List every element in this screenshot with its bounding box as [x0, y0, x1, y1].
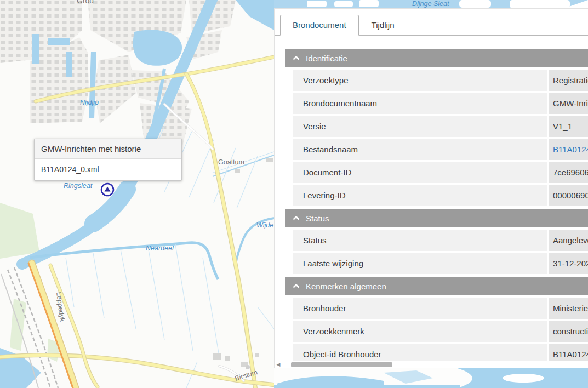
row-label: Brondocumentnaam — [293, 93, 547, 114]
section-title: Identificatie — [306, 54, 347, 63]
tab-bar: Brondocument Tijdlijn — [275, 9, 588, 36]
row-label: Laatste wijziging — [293, 253, 547, 274]
map-sliver-top — [274, 0, 588, 8]
chevron-up-icon — [293, 56, 300, 60]
popup-document-link[interactable]: B11A0124_0.xml — [35, 159, 181, 180]
section-header[interactable]: Identificatie — [285, 49, 588, 67]
row-value: 31-12-202 — [549, 253, 588, 274]
row-value: GMW-Inric — [549, 93, 588, 114]
row-label: Verzoekkenmerk — [293, 321, 547, 342]
row-label: Verzoektype — [293, 70, 547, 91]
table-row: Brondocumentnaam GMW-Inric — [293, 93, 588, 114]
section-header[interactable]: Kenmerken algemeen — [285, 277, 588, 295]
row-value: V1_1 — [549, 116, 588, 137]
row-value: Aangeleve — [549, 230, 588, 251]
row-label: Bronhouder — [293, 298, 547, 319]
row-label: Document-ID — [293, 162, 547, 183]
sections-container: Identificatie Verzoektype Registratie Br… — [285, 49, 588, 365]
map-sliver-bottom — [274, 368, 588, 388]
map-popup: GMW-Inrichten met historie B11A0124_0.xm… — [34, 139, 182, 181]
table-row: Verzoekkenmerk constructi — [293, 321, 588, 342]
row-label: Levering-ID — [293, 185, 547, 206]
row-value[interactable]: B11A0124 — [549, 139, 588, 160]
tab-brondocument[interactable]: Brondocument — [280, 15, 359, 36]
section: Kenmerken algemeen Bronhouder Ministerie… — [285, 277, 588, 365]
row-value: Ministerie — [549, 298, 588, 319]
row-value: Registratie — [549, 70, 588, 91]
map-marker-gmw[interactable] — [100, 182, 115, 197]
section-rows: Status Aangeleve Laatste wijziging 31-12… — [293, 230, 588, 274]
table-row: Levering-ID 00000690 — [293, 185, 588, 206]
tab-tijdlijn[interactable]: Tijdlijn — [359, 15, 407, 36]
row-value: 7ce69606e — [549, 162, 588, 183]
table-row: Bestandsnaam B11A0124 — [293, 139, 588, 160]
app-window: Grou sumerdyk Nijdjip Goattum Ringsleat … — [0, 0, 588, 388]
section-title: Status — [306, 214, 329, 223]
row-value: 00000690 — [549, 185, 588, 206]
scroll-left-arrow[interactable]: ◀ — [275, 361, 282, 368]
section-rows: Bronhouder Ministerie Verzoekkenmerk con… — [293, 298, 588, 365]
scrollbar-thumb[interactable] — [291, 362, 392, 367]
section: Status Status Aangeleve Laatste wijzigin… — [285, 209, 588, 274]
table-row: Status Aangeleve — [293, 230, 588, 251]
table-row: Verzoektype Registratie — [293, 70, 588, 91]
table-row: Versie V1_1 — [293, 116, 588, 137]
row-label: Versie — [293, 116, 547, 137]
detail-panel: Brondocument Tijdlijn Identificatie Verz… — [274, 8, 588, 368]
row-label: Status — [293, 230, 547, 251]
section-rows: Verzoektype Registratie Brondocumentnaam… — [293, 70, 588, 206]
table-row: Document-ID 7ce69606e — [293, 162, 588, 183]
table-row: Laatste wijziging 31-12-202 — [293, 253, 588, 274]
section: Identificatie Verzoektype Registratie Br… — [285, 49, 588, 206]
marker-icon — [100, 182, 115, 197]
tab-label: Brondocument — [293, 20, 346, 30]
section-title: Kenmerken algemeen — [306, 282, 386, 291]
chevron-up-icon — [293, 216, 300, 220]
chevron-up-icon — [293, 284, 300, 288]
row-value: constructi — [549, 321, 588, 342]
tab-label: Tijdlijn — [372, 20, 395, 30]
table-row: Bronhouder Ministerie — [293, 298, 588, 319]
horizontal-scrollbar[interactable]: ◀ — [275, 361, 588, 368]
popup-title: GMW-Inrichten met historie — [35, 139, 181, 159]
row-label: Bestandsnaam — [293, 139, 547, 160]
section-header[interactable]: Status — [285, 209, 588, 227]
